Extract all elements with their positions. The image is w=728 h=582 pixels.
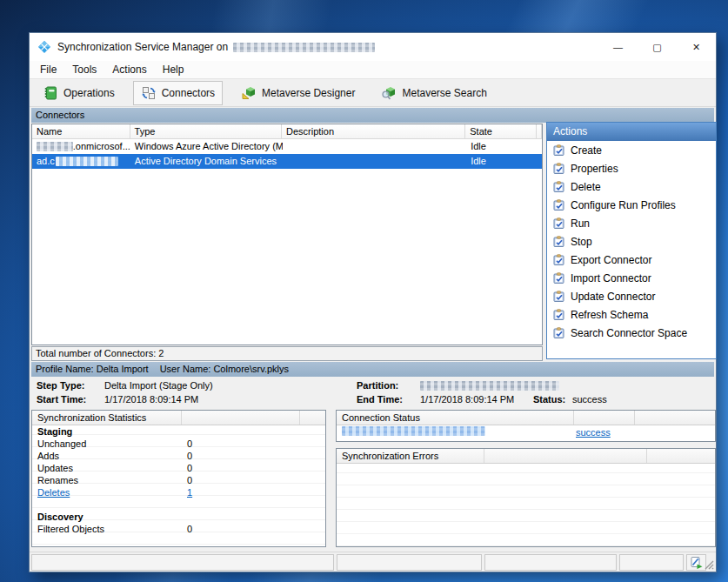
action-properties[interactable]: Properties [547, 159, 716, 177]
status-label: Status: [533, 394, 565, 405]
menu-bar: File Tools Actions Help [30, 61, 716, 78]
menu-help[interactable]: Help [155, 62, 192, 77]
menu-actions[interactable]: Actions [104, 62, 154, 77]
action-create[interactable]: Create [547, 141, 716, 159]
column-header-description[interactable]: Description [282, 124, 465, 138]
start-time-value: 1/17/2018 8:09:14 PM [104, 394, 198, 405]
stat-row-discovery: Discovery [32, 511, 325, 523]
connector-name: ad.c [37, 154, 55, 169]
action-label: Stop [571, 236, 592, 248]
connector-type: Windows Azure Active Directory (Micr... [130, 139, 283, 154]
connection-status-header-label: Connection Status [337, 411, 574, 425]
action-run[interactable]: Run [547, 214, 716, 232]
connectors-section-bar: Connectors [31, 108, 714, 123]
actions-panel-header: Actions [547, 123, 716, 141]
status-value: success [572, 394, 607, 405]
connection-success-link[interactable]: success [576, 427, 611, 438]
connector-state: Idle [466, 139, 538, 154]
connection-status-row: success [337, 425, 715, 440]
action-label: Refresh Schema [571, 309, 648, 321]
clipboard-check-icon [553, 254, 564, 265]
status-segment-3 [484, 554, 617, 571]
redacted-domain-name [56, 157, 118, 166]
desktop-background: Synchronization Service Manager on — ▢ ✕… [0, 0, 728, 582]
column-header-type[interactable]: Type [130, 124, 282, 138]
tab-metaverse-designer-label: Metaverse Designer [262, 87, 355, 99]
action-label: Import Connector [571, 272, 651, 284]
stat-row-filtered-objects: Filtered Objects0 [32, 523, 325, 535]
action-export-connector[interactable]: Export Connector [547, 251, 716, 269]
deletes-link[interactable]: Deletes [37, 487, 70, 498]
total-connectors-bar: Total number of Connectors: 2 [31, 346, 543, 361]
column-header-name[interactable]: Name [32, 124, 130, 138]
stat-row-adds: Adds0 [32, 450, 325, 462]
action-label: Update Connector [571, 291, 655, 303]
connector-state: Idle [466, 154, 538, 169]
tab-metaverse-search[interactable]: Metaverse Search [373, 81, 494, 105]
tab-operations[interactable]: Operations [35, 81, 123, 105]
action-label: Export Connector [571, 254, 651, 266]
sync-engine-status-icon [690, 556, 704, 570]
connectors-icon [141, 85, 157, 101]
resize-grip[interactable] [704, 559, 714, 570]
action-stop[interactable]: Stop [547, 232, 716, 251]
clipboard-check-icon [553, 272, 564, 284]
stat-row-updates: Updates0 [32, 462, 325, 474]
connectors-table-header: Name Type Description State [32, 124, 542, 139]
run-details: Step Type: Delta Import (Stage Only) Sta… [31, 378, 716, 409]
sync-statistics-header: Synchronization Statistics [32, 411, 325, 425]
profile-bar: Profile Name: Delta Import User Name: Co… [31, 362, 714, 377]
column-header-state[interactable]: State [465, 124, 537, 138]
menu-file[interactable]: File [32, 62, 64, 77]
tab-metaverse-designer[interactable]: Metaverse Designer [233, 81, 363, 105]
stat-row-renames: Renames0 [32, 474, 325, 486]
connection-status-header: Connection Status [337, 411, 715, 425]
sync-service-manager-window: Synchronization Service Manager on — ▢ ✕… [29, 32, 717, 572]
clipboard-check-icon [553, 144, 564, 156]
start-time-label: Start Time: [37, 394, 86, 405]
action-configure-run-profiles[interactable]: Configure Run Profiles [547, 196, 716, 214]
tab-operations-label: Operations [63, 87, 115, 99]
connector-name: .onmicrosof... [73, 139, 130, 154]
profile-name-text: Profile Name: Delta Import [36, 364, 149, 374]
status-segment-1 [31, 554, 334, 571]
action-label: Delete [571, 181, 601, 193]
connector-description [283, 139, 467, 154]
action-delete[interactable]: Delete [547, 177, 716, 196]
status-bar [30, 552, 716, 572]
redacted-partition-value [420, 381, 559, 391]
status-segment-2 [337, 554, 482, 571]
action-search-connector-space[interactable]: Search Connector Space [547, 324, 716, 342]
stat-row-spacer [32, 498, 325, 511]
operations-icon [43, 85, 58, 101]
table-row-azure-connector[interactable]: .onmicrosof... Windows Azure Active Dire… [32, 139, 542, 154]
action-label: Create [571, 144, 602, 157]
redacted-server-name [233, 43, 375, 52]
sync-statistics-panel: Synchronization Statistics Staging Uncha… [31, 410, 326, 547]
action-import-connector[interactable]: Import Connector [547, 269, 716, 287]
action-update-connector[interactable]: Update Connector [547, 287, 716, 305]
deletes-count-link[interactable]: 1 [187, 487, 192, 498]
clipboard-check-icon [553, 309, 564, 320]
table-row-ad-connector[interactable]: ad.c Active Directory Domain Services Id… [32, 154, 542, 169]
tab-metaverse-search-label: Metaverse Search [402, 87, 486, 99]
tab-connectors-label: Connectors [162, 87, 215, 99]
minimize-button[interactable]: — [598, 33, 638, 61]
close-button[interactable]: ✕ [677, 33, 716, 61]
sync-errors-header: Synchronization Errors [337, 449, 715, 464]
clipboard-check-icon [553, 199, 564, 211]
clipboard-check-icon [553, 236, 564, 247]
clipboard-check-icon [553, 217, 564, 229]
actions-panel: Actions Create Properties Delete Configu… [546, 122, 717, 359]
menu-tools[interactable]: Tools [64, 62, 104, 77]
action-refresh-schema[interactable]: Refresh Schema [547, 305, 716, 324]
redacted-connection-target [342, 426, 485, 436]
action-label: Properties [571, 163, 618, 175]
maximize-button[interactable]: ▢ [638, 33, 677, 61]
connectors-table: Name Type Description State .onmicrosof.… [31, 124, 543, 345]
sync-errors-panel: Synchronization Errors [336, 448, 716, 547]
tab-connectors[interactable]: Connectors [133, 81, 223, 105]
clipboard-check-icon [553, 291, 564, 302]
clipboard-check-icon [553, 163, 564, 174]
sync-errors-header-label: Synchronization Errors [337, 449, 484, 463]
